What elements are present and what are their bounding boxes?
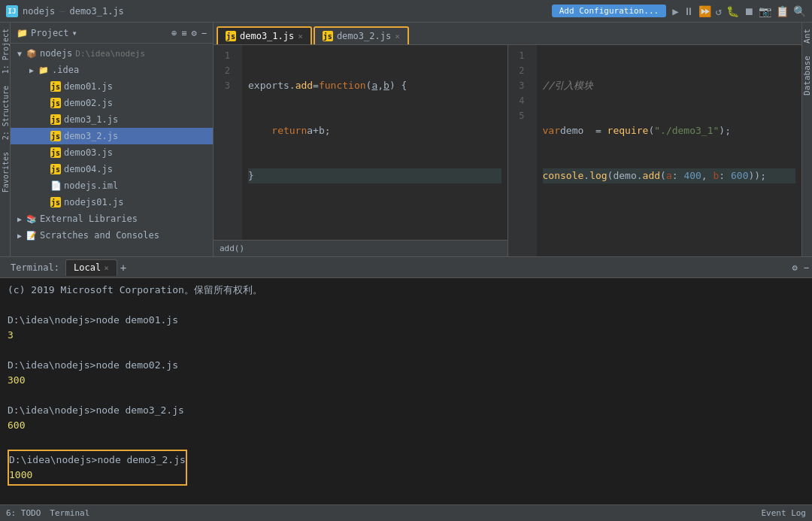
tree-item-demo01[interactable]: js demo01.js	[11, 78, 213, 95]
term-out-300: 300	[8, 373, 804, 388]
terminal-status-label: Terminal	[50, 508, 89, 518]
tree-label-demo3-2: demo3_2.js	[64, 131, 118, 141]
sidebar-title: 📁 Project ▾	[17, 28, 77, 38]
code-line-r4	[543, 214, 796, 229]
camera-icon[interactable]: 📷	[759, 5, 771, 17]
terminal-minimize-icon[interactable]: −	[804, 262, 809, 273]
toolbar-icons: ▶ ⏸ ⏩ ↺ 🐛 ⏹ 📷 📋 🔍	[672, 5, 806, 17]
tab-demo3-1-close[interactable]: ×	[298, 32, 303, 41]
status-terminal[interactable]: Terminal	[50, 508, 89, 518]
bottom-tab-local[interactable]: Local ×	[65, 259, 117, 276]
tree-label-scratches: Scratches and Consoles	[40, 230, 159, 241]
right-tab-database[interactable]: Database	[801, 50, 812, 101]
bottom-tab-icons: ⚙ −	[792, 262, 809, 273]
tree-item-extlibs[interactable]: ▶ 📚 External Libraries	[11, 211, 213, 227]
title-filename: demo3_1.js	[70, 6, 124, 17]
demo04-icon: js	[50, 163, 62, 175]
code-line-r1: //引入模块	[543, 78, 796, 93]
main-content: 1: Project 2: Structure Favorites 📁 Proj…	[0, 23, 812, 256]
tab-demo3-2[interactable]: js demo3_2.js ×	[314, 26, 409, 44]
status-right: Event Log	[761, 508, 806, 518]
term-cmd-demo3-2-second: D:\idea\nodejs>node demo3_2.js	[9, 453, 186, 468]
tab-demo3-2-label: demo3_2.js	[337, 31, 391, 41]
left-panel: 1: Project 2: Structure Favorites	[0, 23, 11, 256]
term-out-3: 3	[8, 328, 804, 343]
line-numbers-left: 1 2 3	[214, 45, 236, 240]
term-cmd-demo01: D:\idea\nodejs>node demo01.js	[8, 313, 804, 328]
code-area-right[interactable]: 1 2 3 4 5 //引入模块 var demo = require("./d…	[508, 45, 802, 256]
clipboard-icon[interactable]: 📋	[776, 5, 789, 17]
tree-item-demo02[interactable]: js demo02.js	[11, 95, 213, 111]
title-bar: IJ nodejs – demo3_1.js Add Configuration…	[0, 0, 812, 23]
tree-item-idea[interactable]: ▶ 📁 .idea	[11, 62, 213, 78]
tree-item-demo04[interactable]: js demo04.js	[11, 161, 213, 177]
tree-label-demo03: demo03.js	[64, 147, 113, 158]
tree-item-scratches[interactable]: ▶ 📝 Scratches and Consoles	[11, 227, 213, 244]
demo01-icon: js	[50, 80, 62, 92]
chevron-down-icon: ▾	[72, 28, 77, 38]
tree-label-demo01: demo01.js	[64, 81, 113, 92]
terminal-settings-icon[interactable]: ⚙	[792, 262, 798, 273]
local-tab-close[interactable]: ×	[104, 263, 109, 273]
minimize-icon[interactable]: −	[201, 28, 207, 38]
tree-path-nodejs: D:\idea\nodejs	[75, 49, 145, 59]
tree-arrow-extlibs: ▶	[14, 215, 26, 223]
right-tab-ant[interactable]: Ant	[801, 23, 812, 50]
status-eventlog[interactable]: Event Log	[761, 508, 806, 518]
tree-item-nodejs[interactable]: ▼ 📦 nodejs D:\idea\nodejs	[11, 45, 213, 62]
tree-item-nodejsiml[interactable]: 📄 nodejs.iml	[11, 177, 213, 194]
tab-demo3-2-close[interactable]: ×	[395, 32, 400, 41]
iml-icon: 📄	[50, 180, 62, 192]
folder-icon: 📁	[17, 28, 28, 38]
terminal-content[interactable]: (c) 2019 Microsoft Corporation。保留所有权利。 D…	[0, 278, 812, 504]
local-tab-label: Local	[74, 262, 101, 273]
term-blank-4	[8, 433, 804, 448]
search-icon[interactable]: 🔍	[793, 5, 806, 17]
term-blank-1	[8, 298, 804, 313]
nodejs-project-icon: 📦	[26, 47, 38, 59]
tree-item-demo3-2[interactable]: js demo3_2.js	[11, 128, 213, 144]
run-icon[interactable]: ▶	[672, 5, 678, 17]
sidebar-tab-project[interactable]: 1: Project	[0, 23, 10, 80]
status-todo[interactable]: 6: TODO	[6, 508, 41, 518]
sidebar: 📁 Project ▾ ⊕ ≡ ⚙ − ▼ 📦 nodejs D:\idea\n…	[11, 23, 214, 256]
idea-folder-icon: 📁	[38, 64, 50, 76]
tree-item-demo03[interactable]: js demo03.js	[11, 144, 213, 161]
sidebar-header-icons: ⊕ ≡ ⚙ −	[171, 28, 207, 38]
term-highlighted-block: D:\idea\nodejs>node demo3_2.js 1000	[8, 450, 187, 486]
tree-label-nodejsiml: nodejs.iml	[64, 180, 118, 191]
sidebar-tab-structure[interactable]: 2: Structure	[0, 80, 10, 146]
gutter-right	[531, 45, 537, 256]
stop-icon[interactable]: ⏹	[744, 5, 754, 17]
pause-icon[interactable]: ⏸	[683, 5, 694, 17]
scratches-icon: 📝	[26, 229, 38, 241]
tree-label-demo04: demo04.js	[64, 164, 113, 174]
code-line-3: }	[248, 168, 501, 183]
code-area-left[interactable]: 1 2 3 exports.add=function (a,b) { retur…	[214, 45, 508, 240]
tree-label-nodejs: nodejs	[40, 48, 72, 59]
add-terminal-button[interactable]: +	[120, 262, 126, 274]
line-numbers-right: 1 2 3 4 5	[508, 45, 531, 256]
tab-demo3-1[interactable]: js demo3_1.js ×	[217, 26, 312, 44]
step-over-icon[interactable]: ⏩	[698, 5, 711, 17]
bottom-tab-terminal-label: Terminal:	[3, 259, 62, 276]
sidebar-header: 📁 Project ▾ ⊕ ≡ ⚙ −	[11, 23, 213, 44]
tree-item-demo3-1[interactable]: js demo3_1.js	[11, 111, 213, 128]
tab-demo3-2-icon: js	[323, 31, 333, 42]
add-icon[interactable]: ⊕	[171, 28, 177, 38]
project-name: nodejs	[23, 6, 55, 17]
tree-item-nodejs01[interactable]: js nodejs01.js	[11, 194, 213, 211]
tab-demo3-1-icon: js	[226, 31, 236, 42]
settings-icon[interactable]: ⚙	[192, 28, 197, 38]
sync-icon[interactable]: ≡	[181, 28, 186, 38]
editor-area: js demo3_1.js × js demo3_2.js × 1 2 3	[214, 23, 801, 256]
app-logo: IJ	[6, 5, 18, 17]
sidebar-tab-favorites[interactable]: Favorites	[0, 146, 10, 198]
add-configuration-button[interactable]: Add Configuration...	[552, 5, 666, 17]
debug-icon[interactable]: 🐛	[726, 5, 739, 17]
extlibs-icon: 📚	[26, 213, 38, 225]
reload-icon[interactable]: ↺	[716, 5, 722, 17]
term-blank-3	[8, 388, 804, 403]
code-content-left[interactable]: exports.add=function (a,b) { return a+b;…	[242, 45, 508, 240]
code-content-right[interactable]: //引入模块 var demo = require("./demo3_1"); …	[537, 45, 802, 256]
